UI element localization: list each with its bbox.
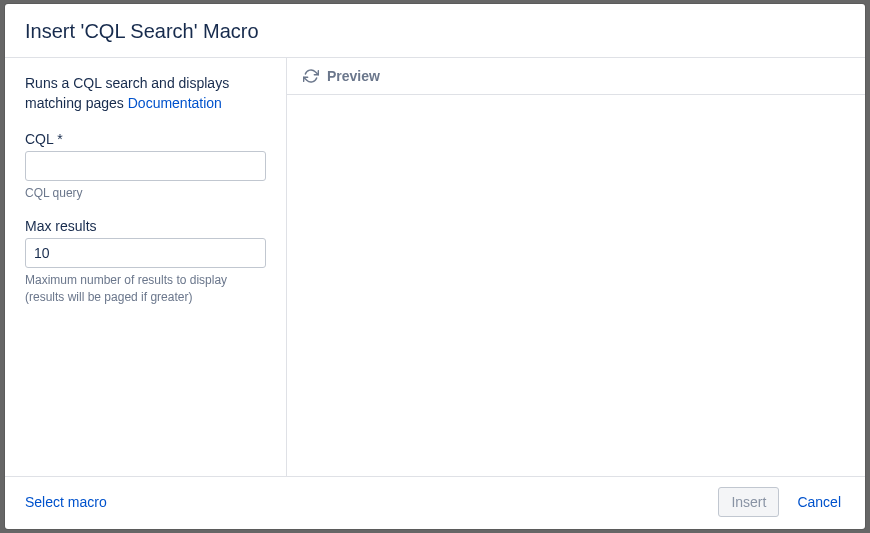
cql-input[interactable] — [25, 151, 266, 181]
max-results-hint: Maximum number of results to display (re… — [25, 272, 266, 306]
cql-field: CQL * CQL query — [25, 131, 266, 202]
preview-header: Preview — [287, 58, 865, 95]
cancel-button[interactable]: Cancel — [793, 488, 845, 516]
preview-body — [287, 95, 865, 476]
select-macro-link[interactable]: Select macro — [25, 494, 107, 510]
preview-title: Preview — [327, 68, 380, 84]
dialog-footer: Select macro Insert Cancel — [5, 476, 865, 529]
max-results-field: Max results Maximum number of results to… — [25, 218, 266, 306]
documentation-link[interactable]: Documentation — [128, 95, 222, 111]
config-sidebar: Runs a CQL search and displays matching … — [5, 58, 287, 476]
cql-label: CQL * — [25, 131, 266, 147]
preview-pane: Preview — [287, 58, 865, 476]
refresh-icon[interactable] — [303, 68, 319, 84]
dialog-header: Insert 'CQL Search' Macro — [5, 4, 865, 58]
macro-dialog: Insert 'CQL Search' Macro Runs a CQL sea… — [5, 4, 865, 529]
insert-button[interactable]: Insert — [718, 487, 779, 517]
macro-description: Runs a CQL search and displays matching … — [25, 74, 266, 113]
footer-right: Insert Cancel — [718, 487, 845, 517]
dialog-title: Insert 'CQL Search' Macro — [25, 20, 845, 43]
cql-hint: CQL query — [25, 185, 266, 202]
max-results-label: Max results — [25, 218, 266, 234]
footer-left: Select macro — [25, 493, 107, 511]
dialog-body: Runs a CQL search and displays matching … — [5, 58, 865, 476]
max-results-input[interactable] — [25, 238, 266, 268]
